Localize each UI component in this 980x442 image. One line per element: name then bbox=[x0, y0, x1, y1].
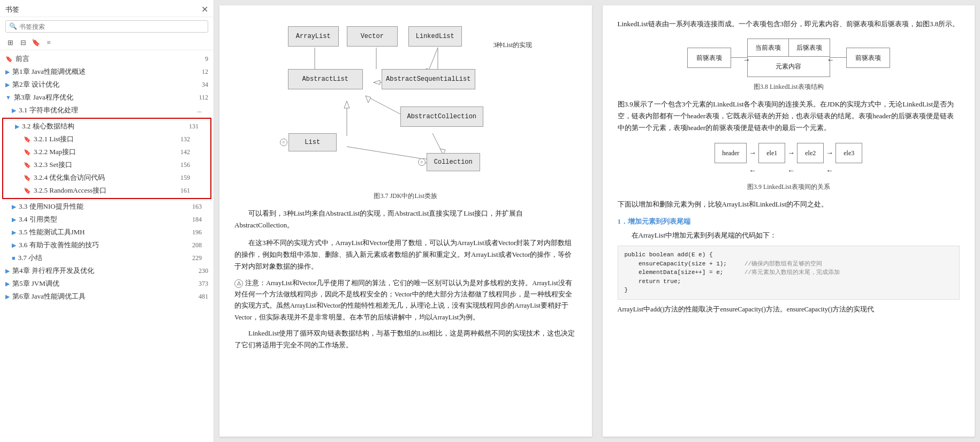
toc-icon-ch3-3: ▶ bbox=[12, 203, 16, 210]
toc-icon-ch3-2-4: 🔖 bbox=[24, 174, 31, 181]
toc-item-ch3-2-3[interactable]: 🔖3.2.3 Set接口156 bbox=[3, 158, 210, 171]
toc-item-ch5[interactable]: ▶第5章 JVM调优373 bbox=[0, 277, 214, 290]
toc-label-ch4: 第4章 并行程序开发及优化 bbox=[12, 266, 199, 276]
uml-collection-item: ○ Collection bbox=[418, 153, 480, 171]
toc-page-ch2: 34 bbox=[202, 81, 208, 89]
uml-diagram-area: 3种List的实现 bbox=[234, 18, 577, 184]
toc-page-ch3-2-4: 159 bbox=[180, 174, 190, 182]
fig39-caption: 图3.9 LinkedList表项间的关系 bbox=[618, 181, 960, 192]
sidebar: 书签 ✕ 🔍 ⊞ ⊟ 🔖 ≡ 🔖前言9▶第1章 Java性能调优概述12▶第2章… bbox=[0, 0, 214, 442]
toc-item-ch3-5[interactable]: ▶3.5 性能测试工具JMH196 bbox=[0, 226, 214, 239]
toc-icon-ch3-5: ▶ bbox=[12, 229, 16, 236]
toc-label-ch6: 第6章 Java性能调优工具 bbox=[12, 292, 199, 301]
svg-line-9 bbox=[347, 147, 430, 160]
toc-item-qianyan[interactable]: 🔖前言9 bbox=[0, 52, 214, 65]
uml-abstractsequentiallist: AbstractSequentialList bbox=[382, 69, 475, 89]
toc-item-ch1[interactable]: ▶第1章 Java性能调优概述12 bbox=[0, 65, 214, 78]
chain-ele3: ele3 bbox=[835, 143, 862, 163]
toc-icon-ch5: ▶ bbox=[5, 280, 10, 287]
uml-abstractcollection: AbstractCollection bbox=[400, 106, 483, 127]
toc-page-ch3-3: 163 bbox=[192, 203, 202, 211]
code-line-5: } bbox=[625, 286, 953, 295]
uml-arraylist: ArrayList bbox=[288, 26, 339, 47]
toc-label-ch1: 第1章 Java性能调优概述 bbox=[12, 67, 202, 77]
toc-page-ch5: 373 bbox=[199, 280, 208, 288]
toc-item-ch3-7[interactable]: ■3.7 小结229 bbox=[0, 252, 214, 264]
toc-item-ch4[interactable]: ▶第4章 并行程序开发及优化230 bbox=[0, 264, 214, 277]
toc-icon-ch3-2-5: 🔖 bbox=[24, 187, 31, 194]
note-icon: ⚠ bbox=[234, 279, 243, 288]
toc-page-ch3-1: ... bbox=[197, 106, 202, 115]
toc-icon-ch3-2-1: 🔖 bbox=[24, 136, 31, 143]
uml-linkedlist: LinkedList bbox=[408, 26, 462, 47]
highlighted-section: ▶3.2 核心数据结构131🔖3.2.1 List接口132🔖3.2.2 Map… bbox=[2, 118, 211, 199]
code-line-4: return true; bbox=[625, 277, 953, 286]
toc-item-ch3-6[interactable]: ▶3.6 有助于改善性能的技巧208 bbox=[0, 239, 214, 252]
left-page: 3种List的实现 bbox=[219, 5, 592, 437]
collapse-all-icon[interactable]: ⊟ bbox=[18, 38, 28, 48]
toc-page-ch3-2-2: 142 bbox=[180, 148, 190, 156]
chain-back-arrow3: ← bbox=[826, 164, 833, 177]
section1-intro: 在ArrayList中增加元素到列表尾端的代码如下： bbox=[618, 230, 960, 241]
fig38-caption: 图3.8 LinkedList表项结构 bbox=[618, 81, 960, 92]
content-node-label: 元素内容 bbox=[748, 56, 830, 76]
toc-page-ch3-7: 229 bbox=[192, 254, 202, 262]
toc-page-ch3-2-1: 132 bbox=[180, 135, 190, 143]
toc-item-ch3-2-4[interactable]: 🔖3.2.4 优化集合访问代码159 bbox=[3, 171, 210, 184]
toc-icon-ch2: ▶ bbox=[5, 81, 10, 88]
bookmark-icon[interactable]: 🔖 bbox=[31, 38, 41, 48]
arrow1: → bbox=[731, 57, 747, 58]
uml-vector: Vector bbox=[347, 26, 398, 47]
toc-page-ch3-6: 208 bbox=[192, 241, 202, 249]
toc-page-ch3-2-5: 161 bbox=[180, 187, 190, 195]
chain-ele1: ele1 bbox=[758, 143, 785, 163]
toc-page-ch3-2-3: 156 bbox=[180, 161, 190, 169]
code-comment-2: //确保内部数组有足够的空间 bbox=[745, 261, 822, 267]
chain-arrow2: → bbox=[787, 147, 795, 159]
toc-item-ch3-1[interactable]: ▶3.1 字符串优化处理... bbox=[0, 104, 214, 117]
toc-label-ch3: 第3章 Java程序优化 bbox=[14, 93, 199, 102]
toc-item-ch3-2[interactable]: ▶3.2 核心数据结构131 bbox=[3, 120, 210, 133]
toc-label-ch2: 第2章 设计优化 bbox=[12, 80, 202, 89]
prev-node: 前驱表项 bbox=[687, 48, 731, 68]
left-para2: 在这3种不同的实现方式中，ArrayList和Vector使用了数组，可以认为A… bbox=[234, 237, 577, 272]
toc-icon-ch3-2: ▶ bbox=[15, 123, 19, 130]
settings-icon[interactable]: ≡ bbox=[44, 38, 54, 48]
toc-icon-ch3-2-2: 🔖 bbox=[24, 149, 31, 156]
toc-label-ch5: 第5章 JVM调优 bbox=[12, 279, 199, 288]
right-para1: 图3.9展示了一个包含3个元素的LinkedList各个表项间的连接关系。在JD… bbox=[618, 98, 960, 134]
expand-all-icon[interactable]: ⊞ bbox=[5, 38, 15, 48]
toolbar: ⊞ ⊟ 🔖 ≡ bbox=[0, 36, 214, 50]
fig38-area: 前驱表项 → 当前表项 后驱表项 元素内容 ← 前驱表项 bbox=[618, 39, 960, 77]
toc-icon-ch3-6: ▶ bbox=[12, 242, 16, 249]
toc-item-ch3-2-2[interactable]: 🔖3.2.2 Map接口142 bbox=[3, 146, 210, 158]
svg-marker-4 bbox=[344, 101, 350, 108]
code-comment-3: //将元素加入数组的末尾，完成添加 bbox=[745, 269, 840, 276]
sidebar-close-button[interactable]: ✕ bbox=[201, 4, 208, 14]
uml-list-item: ○ List bbox=[280, 133, 337, 151]
toc-item-ch3-2-1[interactable]: 🔖3.2.1 List接口132 bbox=[3, 133, 210, 146]
para-below-fig39: 下面以增加和删除元素为例，比较ArrayList和LinkedList的不同之处… bbox=[618, 199, 960, 210]
left-para3: LinkedList使用了循环双向链表数据结构，与基于数组的List相比，这是两… bbox=[234, 327, 577, 351]
sidebar-title: 书签 bbox=[5, 5, 19, 14]
prev-node2: 前驱表项 bbox=[846, 48, 890, 68]
toc-label-ch3-2-4: 3.2.4 优化集合访问代码 bbox=[34, 173, 180, 182]
chain-back-arrow1: ← bbox=[749, 164, 756, 177]
code-line-2: ensureCapacity(size + 1); //确保内部数组有足够的空间 bbox=[625, 260, 953, 269]
chain-ele2: ele2 bbox=[797, 143, 824, 163]
left-para1: 可以看到，3种List均来自AbstractList的实现，而AbstractL… bbox=[234, 208, 577, 231]
note-block: ⚠注意：ArrayList和Vector几乎使用了相同的算法，它们的唯一区别可以… bbox=[234, 278, 577, 323]
code-line-3: elementData[size++] = e; //将元素加入数组的末尾，完成… bbox=[625, 268, 953, 277]
toc-item-ch6[interactable]: ▶第6章 Java性能调优工具481 bbox=[0, 290, 214, 303]
toc-label-ch3-7: 3.7 小结 bbox=[18, 253, 192, 263]
search-input[interactable] bbox=[19, 23, 204, 31]
toc-item-ch2[interactable]: ▶第2章 设计优化34 bbox=[0, 78, 214, 91]
code-line-1: public boolean add(E e) { bbox=[625, 250, 953, 260]
toc-item-ch3-2-5[interactable]: 🔖3.2.5 RandomAccess接口161 bbox=[3, 184, 210, 197]
search-icon: 🔍 bbox=[9, 22, 17, 31]
toc-item-ch3-3[interactable]: ▶3.3 使用NIO提升性能163 bbox=[0, 200, 214, 213]
toc-label-ch3-1: 3.1 字符串优化处理 bbox=[19, 105, 197, 115]
toc-item-ch3-4[interactable]: ▶3.4 引用类型184 bbox=[0, 213, 214, 226]
chain-arrow3: → bbox=[826, 147, 833, 159]
toc-item-ch3[interactable]: ▼第3章 Java程序优化112 bbox=[0, 91, 214, 104]
